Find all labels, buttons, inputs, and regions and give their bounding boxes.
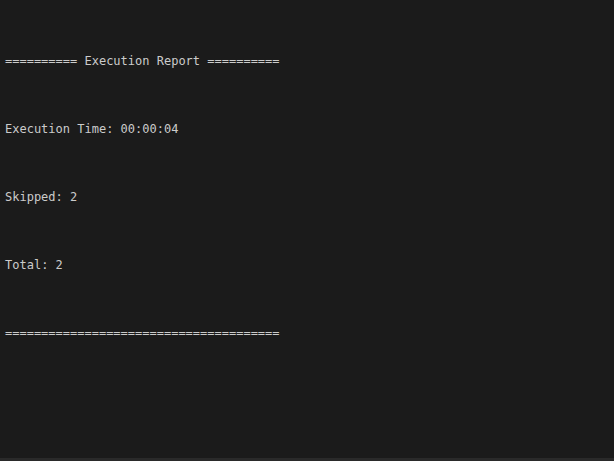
colon-separator: :: [41, 258, 55, 272]
skipped-line: Skipped: 2: [5, 189, 614, 206]
execution-time-value: 00:00:04: [121, 122, 179, 136]
execution-time-label: Execution Time: [5, 122, 106, 136]
total-value: 2: [56, 258, 63, 272]
separator-line: ======================================: [5, 325, 614, 342]
skipped-value: 2: [70, 190, 77, 204]
skipped-label: Skipped: [5, 190, 56, 204]
blank-line: [5, 393, 614, 410]
execution-report-title: ========== Execution Report ==========: [5, 53, 614, 70]
colon-separator: :: [106, 122, 120, 136]
terminal[interactable]: ========== Execution Report ========== E…: [0, 0, 614, 461]
execution-time-line: Execution Time: 00:00:04: [5, 121, 614, 138]
total-label: Total: [5, 258, 41, 272]
total-line: Total: 2: [5, 257, 614, 274]
colon-separator: :: [56, 190, 70, 204]
